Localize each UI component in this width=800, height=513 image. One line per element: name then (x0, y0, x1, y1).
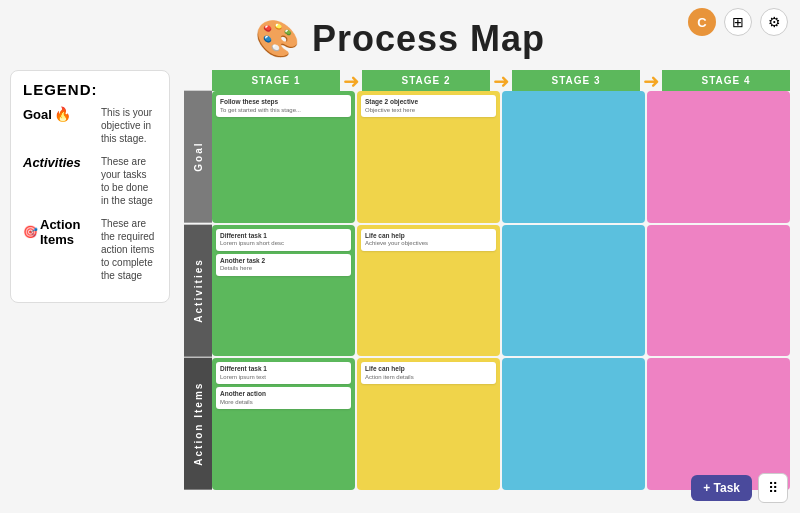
grid-view-icon: ⠿ (768, 480, 778, 496)
stage-headers: STAGE 1 ➜ STAGE 2 ➜ STAGE 3 ➜ STAGE 4 (212, 70, 790, 91)
row-label-goal: Goal (184, 91, 212, 223)
grid-columns: Follow these steps To get started with t… (212, 91, 790, 490)
cell-3-actions (502, 358, 645, 490)
cell-1-goal: Follow these steps To get started with t… (212, 91, 355, 223)
row-label-activities: Activities (184, 225, 212, 357)
legend-activities-label: Activities (23, 155, 93, 170)
cell-2-activities: Life can help Achieve your objectives (357, 225, 500, 357)
cell-1-activities: Different task 1 Lorem ipsum short desc … (212, 225, 355, 357)
row-labels: Goal Activities Action Items (184, 91, 212, 490)
mini-card-1-act-1[interactable]: Different task 1 Lorem ipsum short desc (216, 229, 351, 251)
cell-2-goal: Stage 2 objective Objective text here (357, 91, 500, 223)
cell-3-activities (502, 225, 645, 357)
arrow-1-2: ➜ (340, 71, 362, 91)
legend-item-goal: Goal🔥 This is your objective in this sta… (23, 106, 157, 145)
legend-goal-desc: This is your objective in this stage. (101, 106, 157, 145)
settings-icon[interactable]: ⚙ (760, 8, 788, 36)
cell-3-goal (502, 91, 645, 223)
grid-col-3 (502, 91, 645, 490)
title-emoji: 🎨 (255, 18, 301, 59)
grid-body: Goal Activities Action Items Follow thes… (184, 91, 790, 490)
cell-1-actions: Different task 1 Lorem ipsum text Anothe… (212, 358, 355, 490)
legend-box: LEGEND: Goal🔥 This is your objective in … (10, 70, 170, 303)
stage-header-4: STAGE 4 (662, 70, 790, 91)
mini-card-1-action-1[interactable]: Different task 1 Lorem ipsum text (216, 362, 351, 384)
cell-4-goal (647, 91, 790, 223)
grid-col-1: Follow these steps To get started with t… (212, 91, 355, 490)
stage-header-3: STAGE 3 (512, 70, 640, 91)
row-label-actions: Action Items (184, 358, 212, 490)
process-map: STAGE 1 ➜ STAGE 2 ➜ STAGE 3 ➜ STAGE 4 Go… (184, 70, 790, 490)
arrow-2-3: ➜ (490, 71, 512, 91)
stage-header-1: STAGE 1 (212, 70, 340, 91)
grid-view-button[interactable]: ⠿ (758, 473, 788, 503)
mini-card-1-act-2[interactable]: Another task 2 Details here (216, 254, 351, 276)
legend-actions-desc: These are the required action items to c… (101, 217, 157, 282)
legend-goal-label: Goal🔥 (23, 106, 93, 122)
mini-card-1-goal[interactable]: Follow these steps To get started with t… (216, 95, 351, 117)
legend-actions-label: 🎯Action Items (23, 217, 93, 247)
legend-activities-desc: These are your tasks to be done in the s… (101, 155, 157, 207)
goal-icon: 🔥 (54, 106, 71, 122)
cell-2-actions: Life can help Action item details (357, 358, 500, 490)
top-bar: C ⊞ ⚙ (676, 0, 800, 44)
mini-card-1-action-2[interactable]: Another action More details (216, 387, 351, 409)
avatar: C (688, 8, 716, 36)
legend-title: LEGEND: (23, 81, 157, 98)
stage-header-2: STAGE 2 (362, 70, 490, 91)
main-area: LEGEND: Goal🔥 This is your objective in … (0, 70, 800, 490)
legend-item-activities: Activities These are your tasks to be do… (23, 155, 157, 207)
mini-card-2-act-1[interactable]: Life can help Achieve your objectives (361, 229, 496, 251)
cell-4-activities (647, 225, 790, 357)
mini-card-2-goal[interactable]: Stage 2 objective Objective text here (361, 95, 496, 117)
add-task-button[interactable]: + Task (691, 475, 752, 501)
fit-icon[interactable]: ⊞ (724, 8, 752, 36)
action-icon: 🎯 (23, 225, 38, 239)
grid-col-2: Stage 2 objective Objective text here Li… (357, 91, 500, 490)
cell-4-actions (647, 358, 790, 490)
grid-col-4 (647, 91, 790, 490)
arrow-3-4: ➜ (640, 71, 662, 91)
mini-card-2-action-1[interactable]: Life can help Action item details (361, 362, 496, 384)
bottom-bar: + Task ⠿ (691, 473, 788, 503)
legend-item-actions: 🎯Action Items These are the required act… (23, 217, 157, 282)
